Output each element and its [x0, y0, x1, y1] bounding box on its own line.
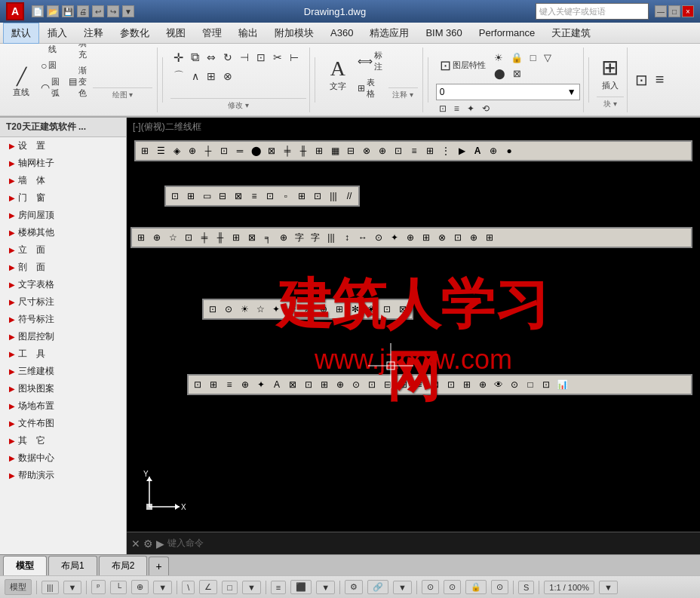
- draw-circle-btn[interactable]: ○ 圆: [38, 58, 63, 73]
- ftb2-10[interactable]: ⊡: [310, 189, 325, 204]
- ftb-t2[interactable]: ╪: [280, 143, 295, 158]
- ftb5-5[interactable]: ✦: [253, 377, 269, 392]
- ftb-lw[interactable]: ═: [232, 143, 247, 158]
- ftb-t11[interactable]: ⊞: [422, 143, 438, 158]
- menu-bim360[interactable]: BIM 360: [417, 23, 470, 42]
- ribbon-extra-2[interactable]: ≡: [652, 69, 668, 90]
- draw-hatch-btn[interactable]: ▦图案填充: [66, 44, 90, 62]
- status-snap-btn[interactable]: ᵖ: [91, 580, 106, 594]
- modify-erase-btn[interactable]: ⊗: [220, 68, 235, 84]
- ftb3-22[interactable]: ⊕: [466, 230, 481, 245]
- ftb-t3[interactable]: ╫: [296, 143, 311, 158]
- status-box-dropdown[interactable]: ▼: [242, 581, 261, 594]
- menu-view[interactable]: 视图: [158, 23, 194, 44]
- ftb-t6[interactable]: ⊟: [343, 143, 358, 158]
- ftb3-17[interactable]: ✦: [387, 230, 402, 245]
- menu-performance[interactable]: Performance: [471, 23, 543, 42]
- sidebar-item-elevation[interactable]: ▶ 立 面: [0, 241, 126, 259]
- insert-block-btn[interactable]: ⊞ 插入: [597, 51, 624, 97]
- modify-fillet-btn[interactable]: ⌒: [170, 68, 187, 84]
- menu-a360[interactable]: A360: [322, 23, 361, 42]
- modify-copy-btn[interactable]: ⧉: [188, 49, 202, 66]
- ftb3-11[interactable]: 字: [292, 230, 307, 245]
- status-track-btn[interactable]: ⊕: [131, 580, 149, 594]
- open-btn[interactable]: 📂: [47, 5, 59, 17]
- menu-tianzheng[interactable]: 天正建筑: [543, 23, 599, 44]
- ftb-t4[interactable]: ⊞: [312, 143, 327, 158]
- ftb3-14[interactable]: ↕: [339, 230, 355, 245]
- ftb-plus1[interactable]: ⊕: [486, 143, 501, 158]
- maximize-btn[interactable]: □: [668, 5, 680, 17]
- sidebar-item-room[interactable]: ▶ 房间屋顶: [0, 207, 126, 224]
- status-ratio-dropdown[interactable]: ▼: [599, 581, 618, 594]
- layer-tools-2[interactable]: ≡: [451, 102, 462, 115]
- modify-extend-btn[interactable]: ⊢: [287, 49, 302, 66]
- sidebar-item-site[interactable]: ▶ 场地布置: [0, 397, 126, 415]
- status-fill-btn[interactable]: ⬛: [290, 580, 312, 594]
- draw-arc-btn[interactable]: ◠ 圆弧: [38, 75, 63, 100]
- ftb-snap[interactable]: ☰: [153, 143, 168, 158]
- save-btn[interactable]: 💾: [62, 5, 74, 17]
- ftb2-6[interactable]: ≡: [247, 189, 262, 204]
- ftb2-5[interactable]: ⊠: [231, 189, 246, 204]
- ftb3-9[interactable]: ╕: [260, 230, 275, 245]
- sidebar-item-datacenter[interactable]: ▶ 数据中心: [0, 449, 126, 467]
- status-gear-btn[interactable]: ⚙: [345, 580, 363, 594]
- modify-move-btn[interactable]: ✛: [170, 49, 186, 66]
- ftb-t7[interactable]: ⊗: [359, 143, 374, 158]
- menu-parametric[interactable]: 参数化: [112, 23, 158, 44]
- plot-btn[interactable]: 🖨: [77, 5, 89, 17]
- draw-gradient-btn[interactable]: ▤渐变色: [66, 63, 90, 100]
- ftb-osnap[interactable]: ┼: [201, 143, 216, 158]
- undo-btn[interactable]: ↩: [92, 5, 104, 17]
- layer-selector[interactable]: 0 ▼: [436, 84, 580, 100]
- ftb-color[interactable]: ⬤: [248, 143, 263, 158]
- close-btn[interactable]: ×: [682, 5, 694, 17]
- layer-btn-4[interactable]: ▽: [541, 51, 554, 65]
- sidebar-item-axis[interactable]: ▶ 轴网柱子: [0, 155, 126, 172]
- sidebar-item-blocks[interactable]: ▶ 图块图案: [0, 380, 126, 397]
- ftb3-21[interactable]: ⊡: [450, 230, 465, 245]
- ftb-t10[interactable]: ≡: [407, 143, 422, 158]
- ribbon-extra-1[interactable]: ⊡: [632, 69, 651, 90]
- annotate-text-btn[interactable]: A 文字: [324, 54, 352, 94]
- ftb3-18[interactable]: ⊕: [403, 230, 418, 245]
- ftb2-2[interactable]: ⊞: [183, 189, 198, 204]
- status-angle-btn[interactable]: ∠: [199, 580, 217, 594]
- sidebar-item-layer-ctrl[interactable]: ▶ 图层控制: [0, 328, 126, 345]
- ftb3-4[interactable]: ⊡: [181, 230, 196, 245]
- ftb-t8[interactable]: ⊕: [375, 143, 390, 158]
- modify-scale-btn[interactable]: ⊡: [253, 49, 269, 66]
- menu-addmodule[interactable]: 附加模块: [266, 23, 322, 44]
- ftb3-13[interactable]: |||: [324, 230, 339, 245]
- ftb2-4[interactable]: ⊟: [215, 189, 230, 204]
- ftb5-1[interactable]: ⊡: [190, 377, 205, 392]
- ftb5-3[interactable]: ≡: [222, 377, 237, 392]
- ftb-t12[interactable]: ⋮: [438, 143, 453, 158]
- ftb-t13[interactable]: ▶: [454, 143, 469, 158]
- status-fill-dropdown[interactable]: ▼: [316, 581, 335, 594]
- layer-properties-btn[interactable]: ⊡ 图层特性: [436, 55, 490, 76]
- sidebar-item-tools[interactable]: ▶ 工 具: [0, 345, 126, 363]
- draw-polyline-btn[interactable]: ⌐ 多段线: [38, 44, 63, 57]
- ftb3-16[interactable]: ⊙: [371, 230, 386, 245]
- ftb3-15[interactable]: ↔: [355, 230, 370, 245]
- status-box-btn[interactable]: □: [222, 581, 238, 594]
- layer-tools-4[interactable]: ⟲: [479, 102, 493, 115]
- minimize-btn[interactable]: —: [655, 5, 667, 17]
- modify-rotate-btn[interactable]: ↻: [220, 49, 235, 66]
- redo-btn[interactable]: ↪: [107, 5, 119, 17]
- sidebar-item-help[interactable]: ▶ 帮助演示: [0, 467, 126, 484]
- cmd-close-btn[interactable]: ✕: [131, 538, 140, 550]
- menu-manage[interactable]: 管理: [194, 23, 230, 44]
- status-grid-dropdown[interactable]: ▼: [63, 581, 82, 594]
- annotate-table-btn[interactable]: ⊞表格: [355, 75, 385, 101]
- cmd-settings-btn[interactable]: ⚙: [143, 538, 153, 550]
- ftb-polar[interactable]: ⊕: [185, 143, 200, 158]
- sidebar-item-stair[interactable]: ▶ 楼梯其他: [0, 224, 126, 241]
- ftb3-23[interactable]: ⊞: [482, 230, 497, 245]
- search-box[interactable]: 键入关键字或短语: [536, 3, 649, 20]
- ftb4-2[interactable]: ⊙: [221, 302, 236, 317]
- ftb2-7[interactable]: ⊡: [262, 189, 278, 204]
- ftb2-8[interactable]: ▫: [278, 189, 293, 204]
